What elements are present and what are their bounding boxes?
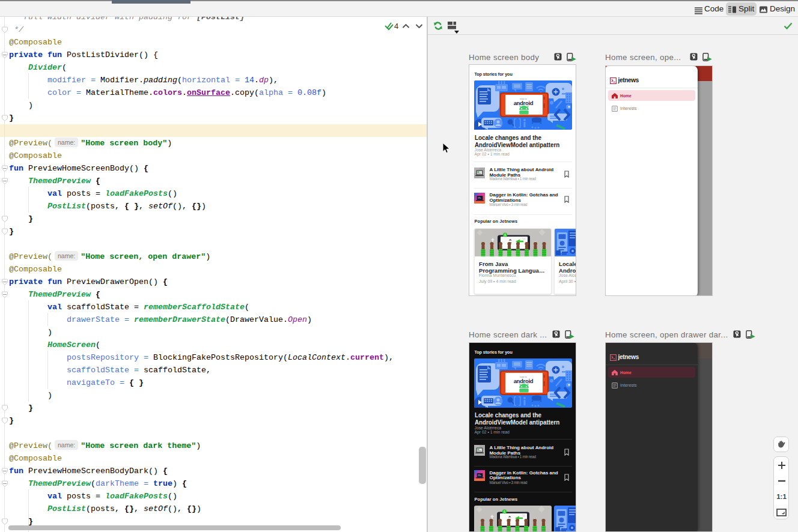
svg-text:android: android — [514, 377, 534, 384]
svg-text:android: android — [514, 100, 534, 106]
